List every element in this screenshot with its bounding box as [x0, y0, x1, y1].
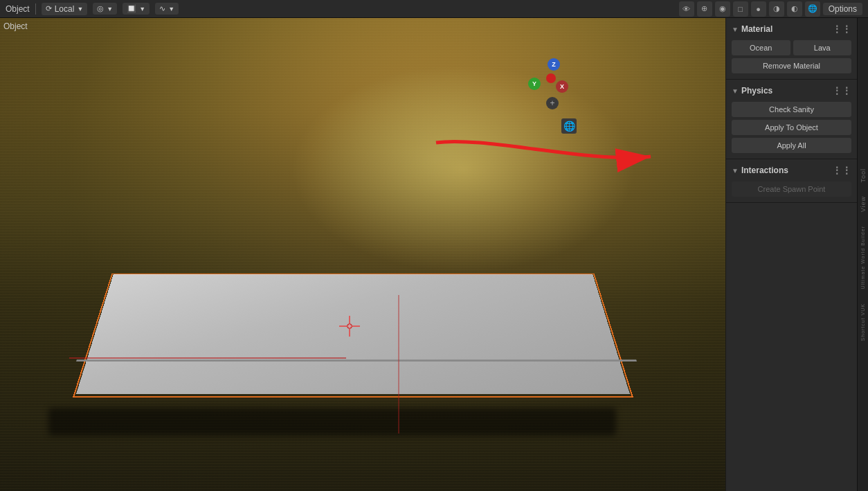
transform-space-label: Local	[55, 4, 75, 14]
physics-section-header[interactable]: ▼ Physics ⋮⋮	[726, 82, 857, 99]
view-label: View	[860, 196, 867, 212]
gizmo-x[interactable]: X	[556, 80, 568, 93]
object-mode-label: Object	[6, 4, 30, 14]
physics-dots[interactable]: ⋮⋮	[832, 85, 851, 96]
material-section: ▼ Material ⋮⋮ Ocean Lava Remove Material	[726, 18, 857, 80]
interactions-section-header[interactable]: ▼ Interactions ⋮⋮	[726, 162, 857, 179]
shading-solid[interactable]: ●	[751, 1, 766, 17]
viewport-controls: 🌐	[561, 118, 577, 134]
top-bar-right: 👁 ⊕ ◉ □ ● ◑ ◐ 🌐 Options	[679, 1, 862, 17]
tool-label: Tool	[860, 168, 867, 183]
gizmo-y[interactable]: Y	[528, 78, 541, 90]
create-spawn-button[interactable]: Create Spawn Point	[732, 181, 851, 197]
grid-line-x	[69, 357, 346, 359]
physics-chevron: ▼	[732, 87, 739, 95]
wub-label: Ultimate World Builder	[860, 226, 865, 289]
interactions-label: Interactions	[741, 166, 788, 175]
grid-line-y	[398, 295, 399, 434]
right-panel: ▼ Material ⋮⋮ Ocean Lava Remove Material…	[725, 18, 857, 491]
pivot-dropdown[interactable]: ◎ ▼	[93, 3, 117, 15]
apply-to-object-button[interactable]: Apply To Object	[732, 120, 851, 135]
interactions-chevron: ▼	[732, 167, 739, 175]
proportional-dropdown[interactable]: ∿ ▼	[155, 3, 179, 15]
gizmo-center	[546, 73, 556, 83]
apply-all-button[interactable]: Apply All	[732, 138, 851, 153]
physics-section: ▼ Physics ⋮⋮ Check Sanity Apply To Objec…	[726, 80, 857, 159]
shortcut-label: Shortcut VUK	[860, 303, 865, 341]
gizmo-z[interactable]: Z	[548, 58, 560, 71]
axis-gizmo[interactable]: Z Y X +	[528, 58, 577, 114]
remove-material-button[interactable]: Remove Material	[732, 58, 851, 73]
interactions-content: Create Spawn Point	[726, 179, 857, 199]
mode-icon[interactable]: □	[733, 1, 748, 17]
viewport-crosshair	[339, 316, 360, 337]
shading-render[interactable]: ◐	[787, 1, 802, 17]
options-button[interactable]: Options	[823, 3, 862, 15]
viewport-options-icon[interactable]: 👁	[679, 1, 694, 17]
material-label: Material	[741, 24, 772, 34]
check-sanity-button[interactable]: Check Sanity	[732, 102, 851, 117]
viewport-object-label: Object	[3, 21, 28, 31]
side-label-strip: Tool View Ultimate World Builder Shortcu…	[857, 18, 868, 491]
top-bar: Object ⟳ Local ▼ ◎ ▼ 🔲 ▼ ∿ ▼ 👁 ⊕ ◉ □ ● ◑…	[0, 0, 868, 18]
gizmo-x-circle[interactable]: X	[556, 80, 568, 93]
main-layout: Object	[0, 18, 868, 491]
camera-view-icon[interactable]: 🌐	[561, 118, 577, 134]
interactions-dots[interactable]: ⋮⋮	[832, 165, 851, 176]
viewport-3d[interactable]: Object	[0, 18, 725, 491]
render-icon[interactable]: 🌐	[805, 1, 820, 17]
gizmo-zoom-in[interactable]: +	[546, 97, 559, 109]
gizmo-z-circle[interactable]: Z	[548, 58, 560, 71]
ocean-button[interactable]: Ocean	[732, 40, 790, 55]
snap-dropdown[interactable]: 🔲 ▼	[123, 3, 150, 15]
interactions-section: ▼ Interactions ⋮⋮ Create Spawn Point	[726, 159, 857, 203]
material-dots[interactable]: ⋮⋮	[832, 24, 851, 35]
material-preset-row: Ocean Lava	[732, 40, 851, 55]
shading-mat[interactable]: ◑	[769, 1, 784, 17]
physics-content: Check Sanity Apply To Object Apply All	[726, 99, 857, 156]
material-chevron: ▼	[732, 26, 739, 33]
material-section-header[interactable]: ▼ Material ⋮⋮	[726, 21, 857, 37]
plane-object	[35, 221, 637, 436]
material-content: Ocean Lava Remove Material	[726, 37, 857, 76]
transform-space-dropdown[interactable]: ⟳ Local ▼	[42, 3, 88, 15]
physics-label: Physics	[741, 86, 772, 96]
lava-button[interactable]: Lava	[793, 40, 852, 55]
gizmo-y-circle[interactable]: Y	[528, 78, 541, 90]
overlay-icon[interactable]: ◉	[715, 1, 730, 17]
separator-1	[35, 3, 36, 15]
gizmo-options-icon[interactable]: ⊕	[697, 1, 712, 17]
